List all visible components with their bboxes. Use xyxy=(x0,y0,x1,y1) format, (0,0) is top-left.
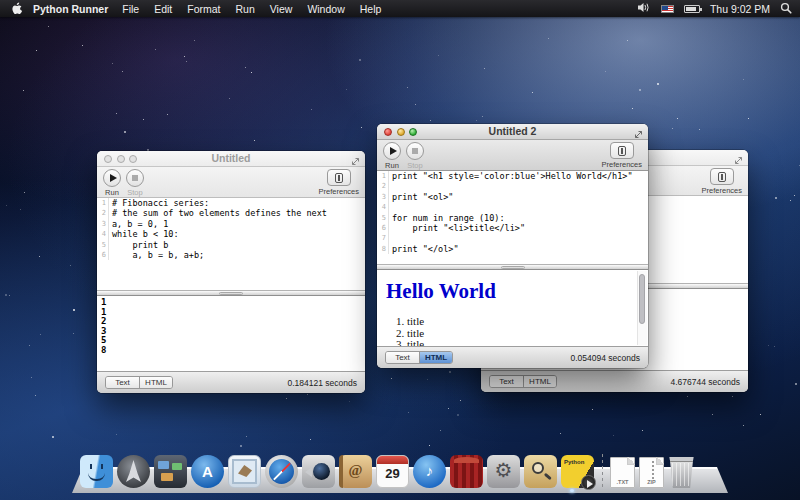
line-number: 7 xyxy=(377,233,389,243)
mail-icon[interactable] xyxy=(228,455,261,488)
output-mode-segmented-control: Text HTML xyxy=(489,375,557,388)
scrollbar-thumb[interactable] xyxy=(639,274,645,324)
run-button[interactable]: Run xyxy=(103,169,121,197)
rendered-heading: Hello World xyxy=(386,279,648,304)
code-line: 6 a, b = b, a+b; xyxy=(97,250,365,260)
txt-document-icon[interactable]: .TXT xyxy=(610,457,635,488)
menu-bar-clock[interactable]: Thu 9:02 PM xyxy=(710,3,770,15)
keyboard-layout-flag-icon[interactable] xyxy=(661,5,674,13)
python-runner-dock-icon[interactable]: Python xyxy=(561,455,594,488)
output-line: 2 xyxy=(101,317,365,327)
stop-button[interactable]: Stop xyxy=(406,142,424,170)
line-number: 6 xyxy=(377,223,389,233)
close-button[interactable] xyxy=(384,128,392,136)
preferences-button[interactable]: Preferences xyxy=(602,142,642,169)
menu-item[interactable]: Window xyxy=(307,3,344,15)
zoom-button[interactable] xyxy=(129,155,137,163)
stop-button[interactable]: Stop xyxy=(126,169,144,197)
preferences-icon xyxy=(335,173,343,183)
window-title-bar[interactable]: Untitled 2 xyxy=(377,124,648,140)
volume-icon[interactable] xyxy=(638,2,651,15)
close-button[interactable] xyxy=(104,155,112,163)
running-app-indicator xyxy=(570,489,574,492)
itunes-icon[interactable]: ♪ xyxy=(413,455,446,488)
output-pane: Hello World titletitletitletitletitletit… xyxy=(377,270,648,346)
battery-icon[interactable] xyxy=(684,5,700,13)
menu-item[interactable]: View xyxy=(270,3,293,15)
window-title-bar[interactable]: Untitled xyxy=(97,151,365,167)
scrollbar-track[interactable] xyxy=(637,271,647,345)
menu-item[interactable]: Edit xyxy=(154,3,172,15)
text-mode-button[interactable]: Text xyxy=(106,377,139,388)
expand-icon[interactable] xyxy=(734,154,743,163)
line-number: 5 xyxy=(97,240,109,250)
play-icon xyxy=(110,174,117,182)
code-line: 3 a, b = 0, 1 xyxy=(97,219,365,229)
list-item: title xyxy=(407,316,648,328)
window-title: Untitled xyxy=(211,152,250,164)
menu-bar: Python Runner FileEditFormatRunViewWindo… xyxy=(0,0,800,17)
html-mode-button[interactable]: HTML xyxy=(139,377,172,388)
line-number: 6 xyxy=(97,250,109,260)
address-book-icon[interactable]: @ xyxy=(339,455,372,488)
active-app-name[interactable]: Python Runner xyxy=(33,3,108,15)
play-icon xyxy=(390,147,397,155)
calendar-icon[interactable]: 29 xyxy=(376,455,409,488)
window-toolbar: Run Stop Preferences xyxy=(97,167,365,198)
code-editor[interactable]: 1 print "<h1 style='color:blue'>Hello Wo… xyxy=(377,171,648,264)
output-pane: 112358 xyxy=(97,296,365,371)
play-badge-icon xyxy=(581,475,596,490)
app-store-icon[interactable]: A xyxy=(191,455,224,488)
code-line: 5 print b xyxy=(97,240,365,250)
preview-icon[interactable] xyxy=(524,455,557,488)
menu-item[interactable]: Format xyxy=(187,3,220,15)
trash-icon[interactable] xyxy=(668,457,695,488)
output-mode-segmented-control: Text HTML xyxy=(105,376,173,389)
output-line: 3 xyxy=(101,327,365,337)
menu-item[interactable]: Help xyxy=(360,3,382,15)
elapsed-time: 0.054094 seconds xyxy=(571,353,640,363)
safari-icon[interactable] xyxy=(265,455,298,488)
code-editor[interactable]: 1 # Fibonacci series: 2 # the sum of two… xyxy=(97,198,365,290)
line-number: 8 xyxy=(377,244,389,254)
splitter-handle-icon xyxy=(219,292,243,295)
window-status-bar: Text HTML 0.184121 seconds xyxy=(97,371,365,393)
preferences-icon xyxy=(718,172,726,182)
run-button[interactable]: Run xyxy=(383,142,401,170)
text-output: 112358 xyxy=(97,296,365,356)
preferences-button[interactable]: Preferences xyxy=(319,169,359,196)
code-line: 5 for num in range (10): xyxy=(377,213,648,223)
menu-item[interactable]: File xyxy=(122,3,139,15)
launchpad-icon[interactable] xyxy=(117,455,150,488)
output-line: 1 xyxy=(101,308,365,318)
expand-icon[interactable] xyxy=(634,128,643,137)
photo-booth-icon[interactable] xyxy=(450,455,483,488)
spotlight-icon[interactable] xyxy=(780,2,792,16)
text-mode-button[interactable]: Text xyxy=(490,376,523,387)
stop-icon xyxy=(412,148,418,154)
apple-menu-icon[interactable] xyxy=(12,2,23,15)
mission-control-icon[interactable] xyxy=(154,455,187,488)
window-title: Untitled 2 xyxy=(489,125,537,137)
zoom-button[interactable] xyxy=(409,128,417,136)
elapsed-time: 4.676744 seconds xyxy=(671,377,740,387)
code-line: 1 print "<h1 style='color:blue'>Hello Wo… xyxy=(377,171,648,181)
html-mode-button[interactable]: HTML xyxy=(523,376,556,387)
preferences-button[interactable]: Preferences xyxy=(702,168,742,195)
code-line: 2 # the sum of two elements defines the … xyxy=(97,208,365,218)
minimize-button[interactable] xyxy=(397,128,405,136)
code-line: 4 while b < 10: xyxy=(97,229,365,239)
expand-icon[interactable] xyxy=(351,155,360,164)
facetime-icon[interactable] xyxy=(302,455,335,488)
finder-icon[interactable] xyxy=(80,455,113,488)
zip-document-icon[interactable]: ZIP xyxy=(639,457,664,488)
line-number: 1 xyxy=(97,198,109,208)
code-line: 4 xyxy=(377,202,648,212)
system-preferences-icon[interactable]: ⚙ xyxy=(487,455,520,488)
html-mode-button[interactable]: HTML xyxy=(419,352,452,363)
code-line: 7 xyxy=(377,233,648,243)
minimize-button[interactable] xyxy=(117,155,125,163)
menu-item[interactable]: Run xyxy=(236,3,255,15)
code-line: 3 print "<ol>" xyxy=(377,192,648,202)
text-mode-button[interactable]: Text xyxy=(386,352,419,363)
